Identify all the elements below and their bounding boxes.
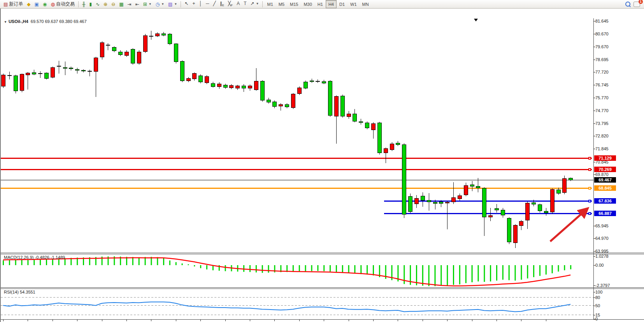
candle-body-up [38, 73, 42, 74]
signals-button[interactable]: ◉ [41, 1, 49, 8]
candle-body-up [272, 102, 277, 107]
timeframe-m1-button[interactable]: M1 [264, 0, 275, 8]
candle-body-up [112, 47, 116, 51]
tile-windows-button[interactable]: ▦ [117, 1, 125, 8]
chart-window[interactable]: ▼USOil-,H4 69.570 69.637 69.380 69.467 8… [0, 9, 644, 322]
macd-histogram-bar [40, 260, 41, 265]
trend-arrow [550, 209, 586, 241]
arrows-button[interactable]: ↗▼ [248, 0, 261, 7]
channel-button[interactable]: ∥E [218, 1, 226, 8]
level-line[interactable] [1, 188, 592, 189]
zoom-out-icon: ⊖ [111, 2, 115, 7]
alert-button[interactable]: ◆ [25, 1, 32, 8]
chart-shift-button[interactable]: ⇤ [133, 1, 141, 8]
timeframe-w1-button[interactable]: W1 [347, 0, 360, 8]
crosshair-button[interactable]: + [190, 0, 197, 7]
auto-trading-label: 自动交易 [56, 1, 75, 7]
terminal-button[interactable]: ▣ [33, 1, 41, 8]
timeframe-h4-button[interactable]: H4 [326, 0, 337, 8]
macd-histogram-bar [447, 265, 448, 285]
price-axis-label: 77.720 [595, 70, 609, 74]
cursor-button[interactable]: ↖ [182, 0, 190, 7]
terminal-icon: ▣ [35, 2, 39, 7]
level-line-handle[interactable] [588, 168, 591, 171]
template-button[interactable]: ▨▼ [166, 1, 179, 8]
macd-histogram-bar [9, 260, 10, 265]
candle-body-down [279, 104, 283, 106]
timeframe-m5-button[interactable]: M5 [276, 0, 287, 8]
candlestick-chart-button[interactable]: ▮ [87, 1, 94, 8]
level-line-handle[interactable] [588, 212, 591, 215]
candle-body-down [513, 225, 518, 243]
vertical-line-button[interactable]: │ [197, 0, 204, 7]
candle-body-up [544, 211, 548, 213]
timeframe-m30-button[interactable]: M30 [301, 0, 314, 8]
auto-trading-button[interactable]: ◍ 自动交易 [49, 1, 76, 8]
text-button[interactable]: A [235, 0, 242, 7]
zoom-in-button[interactable]: ⊕ [102, 1, 109, 8]
fibonacci-button[interactable]: ╳F [226, 1, 235, 8]
macd-histogram-bar [268, 265, 269, 273]
line-chart-button[interactable]: ∿ [94, 1, 102, 8]
level-line[interactable] [384, 213, 592, 214]
candle-body-down [562, 178, 567, 193]
macd-histogram-bar [342, 265, 343, 273]
time-axis-tick [299, 320, 300, 321]
vertical-line-icon: │ [199, 1, 202, 6]
candle-body-up [118, 52, 123, 55]
candle-body-down [106, 45, 110, 46]
candle-body-down [125, 52, 129, 56]
timeframe-d1-button[interactable]: D1 [337, 0, 347, 8]
period-icon: ◷ [156, 2, 160, 7]
auto-scroll-button[interactable]: ⇥ [126, 1, 133, 8]
candle-body-down [1, 75, 5, 86]
macd-histogram-bar [558, 265, 559, 272]
candle-body-up [556, 190, 561, 194]
candle-wick [435, 200, 435, 209]
level-line[interactable] [1, 169, 592, 170]
candle-body-down [217, 84, 221, 87]
candle-body-up [44, 73, 49, 79]
level-line-handle[interactable] [588, 157, 591, 160]
candle-body-down [519, 221, 523, 226]
candle-body-down [100, 42, 104, 57]
timeframe-m15-button[interactable]: M15 [287, 0, 301, 8]
bar-chart-button[interactable]: ╫ [80, 1, 88, 8]
search-icon[interactable] [625, 2, 630, 7]
level-line[interactable] [1, 158, 592, 159]
macd-histogram-bar [336, 265, 337, 273]
chart-symbol: USOil-,H4 [9, 19, 28, 24]
candle-body-up [310, 81, 314, 82]
new-chart-button[interactable]: ⊞▼ [141, 1, 154, 8]
level-line-handle[interactable] [588, 200, 591, 202]
new-order-button[interactable]: ▤ 新订单 [2, 1, 25, 8]
price-level-badge: 66.887 [594, 211, 616, 216]
candle-body-up [408, 196, 412, 212]
candle-body-down [390, 144, 394, 150]
chart-shift-marker-icon[interactable] [474, 19, 478, 21]
price-axis-label: 80.670 [595, 32, 609, 36]
chart-menu-caret-icon[interactable]: ▼ [4, 20, 7, 24]
time-axis-tick [151, 320, 151, 321]
trendline-button[interactable]: ╱ [211, 0, 218, 7]
candle-wick [478, 178, 478, 192]
rsi-axis-label: 100 [595, 290, 602, 294]
macd-histogram-bar [428, 265, 430, 286]
rsi-axis-label: 0 [595, 317, 598, 321]
macd-histogram-bar [570, 265, 571, 269]
timeframe-h1-button[interactable]: H1 [315, 0, 326, 8]
time-axis-tick [472, 320, 472, 321]
zoom-out-button[interactable]: ⊖ [109, 1, 117, 8]
chat-icon[interactable]: 1 [633, 2, 640, 7]
period-button[interactable]: ◷▼ [154, 1, 166, 8]
label-button[interactable]: T [242, 0, 248, 7]
macd-histogram-bar [249, 265, 251, 272]
candle-body-down [192, 73, 197, 79]
price-axis-line[interactable] [593, 18, 594, 320]
horizontal-line-button[interactable]: ─ [204, 0, 211, 7]
macd-histogram-bar [484, 265, 485, 282]
candle-body-up [470, 185, 474, 187]
timeframe-mn-button[interactable]: MN [360, 0, 372, 8]
macd-histogram-bar [527, 265, 528, 278]
level-line-handle[interactable] [588, 187, 591, 190]
